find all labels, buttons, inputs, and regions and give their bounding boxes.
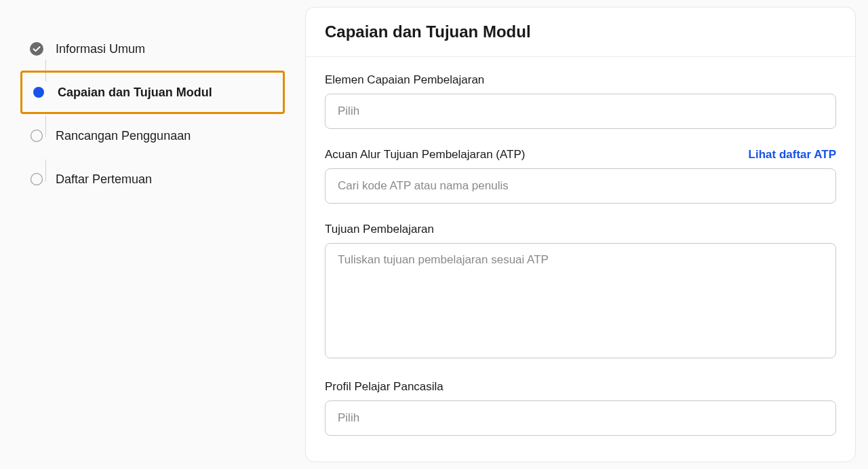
sidebar: Informasi Umum Capaian dan Tujuan Modul …	[0, 0, 305, 469]
card-body: Elemen Capaian Pembelajaran Pilih Acuan …	[306, 57, 855, 462]
step-rancangan-penggunaan[interactable]: Rancangan Penggunaan	[20, 114, 285, 157]
svg-point-0	[30, 42, 43, 56]
step-informasi-umum[interactable]: Informasi Umum	[20, 27, 285, 71]
select-placeholder: Pilih	[338, 105, 359, 118]
field-label: Acuan Alur Tujuan Pembelajaran (ATP)	[325, 148, 525, 162]
field-label: Elemen Capaian Pembelajaran	[325, 73, 484, 87]
field-atp: Acuan Alur Tujuan Pembelajaran (ATP) Lih…	[325, 148, 836, 204]
main-content: Capaian dan Tujuan Modul Elemen Capaian …	[305, 0, 868, 469]
field-profil-pancasila: Profil Pelajar Pancasila Pilih	[325, 380, 836, 436]
step-label: Informasi Umum	[56, 42, 145, 56]
step-capaian-tujuan[interactable]: Capaian dan Tujuan Modul	[20, 71, 285, 114]
circle-outline-icon	[30, 129, 43, 143]
step-label: Rancangan Penggunaan	[56, 129, 191, 143]
tujuan-textarea[interactable]	[325, 243, 836, 358]
circle-outline-icon	[30, 172, 43, 186]
field-tujuan-pembelajaran: Tujuan Pembelajaran	[325, 223, 836, 361]
dot-filled-icon	[32, 86, 45, 99]
atp-search-input[interactable]	[325, 168, 836, 204]
page-title: Capaian dan Tujuan Modul	[325, 22, 836, 41]
select-placeholder: Pilih	[338, 411, 359, 425]
profil-select[interactable]: Pilih	[325, 400, 836, 436]
check-circle-icon	[30, 42, 43, 56]
elemen-select[interactable]: Pilih	[325, 94, 836, 129]
lihat-daftar-atp-link[interactable]: Lihat daftar ATP	[749, 148, 836, 162]
svg-point-3	[31, 174, 43, 185]
field-label: Profil Pelajar Pancasila	[325, 380, 443, 394]
svg-point-1	[33, 87, 44, 98]
card-header: Capaian dan Tujuan Modul	[306, 7, 855, 57]
field-elemen-capaian: Elemen Capaian Pembelajaran Pilih	[325, 73, 836, 129]
svg-point-2	[31, 130, 43, 142]
form-card: Capaian dan Tujuan Modul Elemen Capaian …	[305, 7, 856, 462]
step-label: Daftar Pertemuan	[56, 172, 152, 187]
field-label: Tujuan Pembelajaran	[325, 223, 434, 236]
step-daftar-pertemuan[interactable]: Daftar Pertemuan	[20, 157, 285, 201]
step-label: Capaian dan Tujuan Modul	[58, 86, 212, 100]
steps-list: Informasi Umum Capaian dan Tujuan Modul …	[20, 27, 285, 201]
